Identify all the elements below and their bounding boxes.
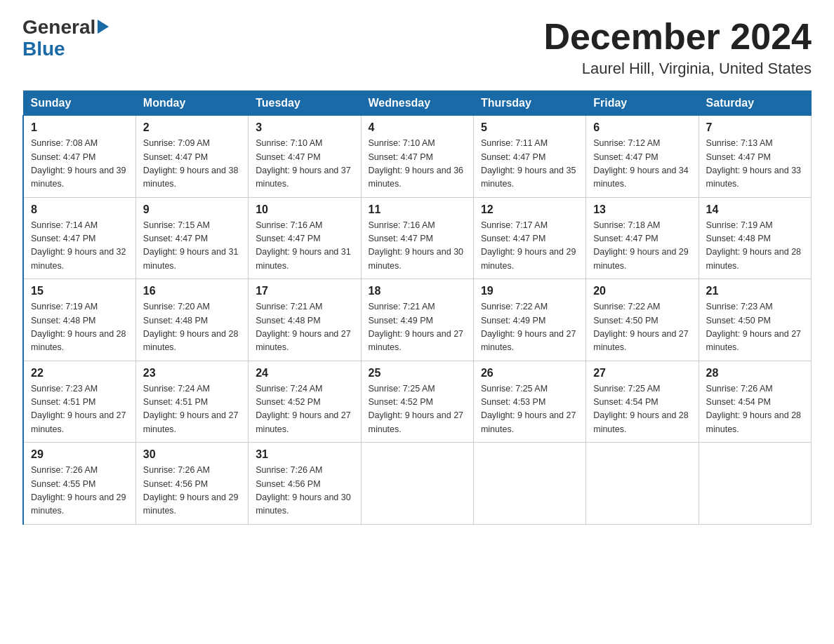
calendar-cell: 18 Sunrise: 7:21 AMSunset: 4:49 PMDaylig… xyxy=(361,279,473,361)
calendar-cell: 29 Sunrise: 7:26 AMSunset: 4:55 PMDaylig… xyxy=(23,443,135,525)
day-info: Sunrise: 7:26 AMSunset: 4:56 PMDaylight:… xyxy=(256,464,353,518)
calendar-cell: 14 Sunrise: 7:19 AMSunset: 4:48 PMDaylig… xyxy=(699,197,811,279)
calendar-cell: 22 Sunrise: 7:23 AMSunset: 4:51 PMDaylig… xyxy=(23,361,135,443)
day-info: Sunrise: 7:16 AMSunset: 4:47 PMDaylight:… xyxy=(256,219,353,274)
day-info: Sunrise: 7:13 AMSunset: 4:47 PMDaylight:… xyxy=(706,137,804,192)
day-info: Sunrise: 7:10 AMSunset: 4:47 PMDaylight:… xyxy=(256,137,353,192)
day-info: Sunrise: 7:16 AMSunset: 4:47 PMDaylight:… xyxy=(369,219,466,274)
calendar-cell: 16 Sunrise: 7:20 AMSunset: 4:48 PMDaylig… xyxy=(135,279,248,361)
day-number: 26 xyxy=(481,367,578,380)
month-title: December 2024 xyxy=(543,17,812,57)
day-number: 15 xyxy=(31,285,128,297)
day-number: 13 xyxy=(593,203,691,216)
day-number: 19 xyxy=(481,285,578,297)
col-header-thursday: Thursday xyxy=(473,91,585,116)
day-info: Sunrise: 7:12 AMSunset: 4:47 PMDaylight:… xyxy=(593,137,691,192)
day-number: 30 xyxy=(143,448,241,461)
day-info: Sunrise: 7:21 AMSunset: 4:49 PMDaylight:… xyxy=(369,300,466,355)
calendar-cell: 17 Sunrise: 7:21 AMSunset: 4:48 PMDaylig… xyxy=(249,279,361,361)
calendar-cell: 5 Sunrise: 7:11 AMSunset: 4:47 PMDayligh… xyxy=(473,116,585,198)
day-info: Sunrise: 7:25 AMSunset: 4:54 PMDaylight:… xyxy=(593,382,691,437)
calendar-cell: 23 Sunrise: 7:24 AMSunset: 4:51 PMDaylig… xyxy=(135,361,248,443)
day-number: 4 xyxy=(369,121,466,134)
calendar-cell: 21 Sunrise: 7:23 AMSunset: 4:50 PMDaylig… xyxy=(699,279,811,361)
day-info: Sunrise: 7:22 AMSunset: 4:49 PMDaylight:… xyxy=(481,300,578,355)
day-number: 6 xyxy=(593,121,691,134)
calendar-cell: 31 Sunrise: 7:26 AMSunset: 4:56 PMDaylig… xyxy=(249,443,361,525)
day-number: 28 xyxy=(706,367,804,380)
calendar-week-row: 1 Sunrise: 7:08 AMSunset: 4:47 PMDayligh… xyxy=(23,116,812,198)
calendar-week-row: 22 Sunrise: 7:23 AMSunset: 4:51 PMDaylig… xyxy=(23,361,812,443)
calendar-cell: 15 Sunrise: 7:19 AMSunset: 4:48 PMDaylig… xyxy=(23,279,135,361)
day-info: Sunrise: 7:23 AMSunset: 4:50 PMDaylight:… xyxy=(706,300,804,355)
day-number: 23 xyxy=(143,367,241,380)
location-title: Laurel Hill, Virginia, United States xyxy=(543,60,812,78)
day-info: Sunrise: 7:26 AMSunset: 4:56 PMDaylight:… xyxy=(143,464,241,518)
day-number: 29 xyxy=(31,448,128,461)
day-number: 16 xyxy=(143,285,241,297)
calendar-cell: 20 Sunrise: 7:22 AMSunset: 4:50 PMDaylig… xyxy=(586,279,699,361)
day-number: 17 xyxy=(256,285,353,297)
col-header-tuesday: Tuesday xyxy=(249,91,361,116)
calendar-cell: 10 Sunrise: 7:16 AMSunset: 4:47 PMDaylig… xyxy=(249,197,361,279)
day-info: Sunrise: 7:19 AMSunset: 4:48 PMDaylight:… xyxy=(31,300,128,355)
day-number: 8 xyxy=(31,203,128,216)
col-header-monday: Monday xyxy=(135,91,248,116)
calendar-cell xyxy=(586,443,699,525)
day-number: 14 xyxy=(706,203,804,216)
calendar-cell: 27 Sunrise: 7:25 AMSunset: 4:54 PMDaylig… xyxy=(586,361,699,443)
calendar-cell: 4 Sunrise: 7:10 AMSunset: 4:47 PMDayligh… xyxy=(361,116,473,198)
calendar-cell: 2 Sunrise: 7:09 AMSunset: 4:47 PMDayligh… xyxy=(135,116,248,198)
day-info: Sunrise: 7:26 AMSunset: 4:55 PMDaylight:… xyxy=(31,464,128,518)
calendar-cell: 9 Sunrise: 7:15 AMSunset: 4:47 PMDayligh… xyxy=(135,197,248,279)
day-number: 12 xyxy=(481,203,578,216)
day-number: 21 xyxy=(706,285,804,297)
calendar-week-row: 15 Sunrise: 7:19 AMSunset: 4:48 PMDaylig… xyxy=(23,279,812,361)
calendar-cell: 30 Sunrise: 7:26 AMSunset: 4:56 PMDaylig… xyxy=(135,443,248,525)
day-number: 27 xyxy=(593,367,691,380)
day-number: 1 xyxy=(31,121,128,134)
title-block: December 2024 Laurel Hill, Virginia, Uni… xyxy=(543,17,812,78)
calendar-cell xyxy=(361,443,473,525)
col-header-wednesday: Wednesday xyxy=(361,91,473,116)
calendar-cell: 1 Sunrise: 7:08 AMSunset: 4:47 PMDayligh… xyxy=(23,116,135,198)
calendar-header-row: SundayMondayTuesdayWednesdayThursdayFrid… xyxy=(23,91,812,116)
calendar-cell: 8 Sunrise: 7:14 AMSunset: 4:47 PMDayligh… xyxy=(23,197,135,279)
day-info: Sunrise: 7:24 AMSunset: 4:52 PMDaylight:… xyxy=(256,382,353,437)
day-info: Sunrise: 7:21 AMSunset: 4:48 PMDaylight:… xyxy=(256,300,353,355)
calendar-week-row: 29 Sunrise: 7:26 AMSunset: 4:55 PMDaylig… xyxy=(23,443,812,525)
calendar-cell: 3 Sunrise: 7:10 AMSunset: 4:47 PMDayligh… xyxy=(249,116,361,198)
calendar-cell xyxy=(699,443,811,525)
day-number: 11 xyxy=(369,203,466,216)
day-info: Sunrise: 7:22 AMSunset: 4:50 PMDaylight:… xyxy=(593,300,691,355)
day-info: Sunrise: 7:14 AMSunset: 4:47 PMDaylight:… xyxy=(31,219,128,274)
calendar-cell: 19 Sunrise: 7:22 AMSunset: 4:49 PMDaylig… xyxy=(473,279,585,361)
col-header-saturday: Saturday xyxy=(699,91,811,116)
calendar-cell xyxy=(473,443,585,525)
day-number: 10 xyxy=(256,203,353,216)
calendar-cell: 13 Sunrise: 7:18 AMSunset: 4:47 PMDaylig… xyxy=(586,197,699,279)
col-header-sunday: Sunday xyxy=(23,91,135,116)
calendar-table: SundayMondayTuesdayWednesdayThursdayFrid… xyxy=(22,90,812,525)
calendar-cell: 12 Sunrise: 7:17 AMSunset: 4:47 PMDaylig… xyxy=(473,197,585,279)
day-info: Sunrise: 7:15 AMSunset: 4:47 PMDaylight:… xyxy=(143,219,241,274)
day-info: Sunrise: 7:20 AMSunset: 4:48 PMDaylight:… xyxy=(143,300,241,355)
calendar-cell: 26 Sunrise: 7:25 AMSunset: 4:53 PMDaylig… xyxy=(473,361,585,443)
col-header-friday: Friday xyxy=(586,91,699,116)
page-header: General Blue December 2024 Laurel Hill, … xyxy=(22,17,812,78)
calendar-cell: 11 Sunrise: 7:16 AMSunset: 4:47 PMDaylig… xyxy=(361,197,473,279)
day-number: 20 xyxy=(593,285,691,297)
day-number: 2 xyxy=(143,121,241,134)
day-info: Sunrise: 7:19 AMSunset: 4:48 PMDaylight:… xyxy=(706,219,804,274)
logo-arrow-icon xyxy=(98,20,109,34)
day-info: Sunrise: 7:08 AMSunset: 4:47 PMDaylight:… xyxy=(31,137,128,192)
calendar-cell: 6 Sunrise: 7:12 AMSunset: 4:47 PMDayligh… xyxy=(586,116,699,198)
day-number: 3 xyxy=(256,121,353,134)
calendar-cell: 25 Sunrise: 7:25 AMSunset: 4:52 PMDaylig… xyxy=(361,361,473,443)
logo: General Blue xyxy=(22,17,109,60)
day-info: Sunrise: 7:18 AMSunset: 4:47 PMDaylight:… xyxy=(593,219,691,274)
day-number: 25 xyxy=(369,367,466,380)
day-info: Sunrise: 7:10 AMSunset: 4:47 PMDaylight:… xyxy=(369,137,466,192)
calendar-week-row: 8 Sunrise: 7:14 AMSunset: 4:47 PMDayligh… xyxy=(23,197,812,279)
day-info: Sunrise: 7:24 AMSunset: 4:51 PMDaylight:… xyxy=(143,382,241,437)
